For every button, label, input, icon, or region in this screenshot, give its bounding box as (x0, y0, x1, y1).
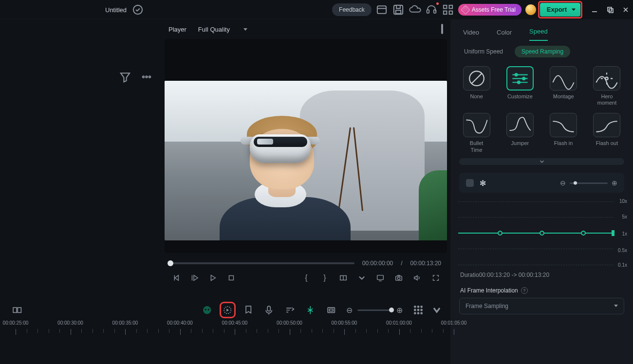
tab-speed[interactable]: Speed (529, 28, 548, 41)
quality-value: Full Quality (198, 26, 230, 33)
speed-subtabs: Uniform Speed Speed Ramping (450, 41, 633, 60)
scopes-icon[interactable] (441, 25, 443, 34)
preview-viewport[interactable] (165, 39, 447, 253)
svg-point-40 (414, 312, 416, 314)
preset-jumper[interactable]: Jumper (503, 113, 536, 153)
scale-1x: 1x (622, 231, 627, 237)
timeline-ruler[interactable]: 00:00:25:0000:00:30:0000:00:35:0000:00:4… (0, 320, 450, 337)
play-button[interactable] (207, 273, 218, 283)
feedback-button[interactable]: Feedback (332, 3, 372, 16)
speed-ramping-tab[interactable]: Speed Ramping (515, 46, 570, 57)
volume-button[interactable] (412, 273, 423, 283)
crop-button[interactable] (326, 304, 336, 316)
audio-adjust-button[interactable] (284, 304, 295, 316)
uniform-speed-tab[interactable]: Uniform Speed (457, 46, 510, 57)
svg-point-41 (418, 312, 419, 314)
display-button[interactable] (375, 273, 386, 283)
svg-rect-5 (434, 10, 436, 13)
ai-interp-label-row: AI Frame Interpolation ? (450, 285, 633, 298)
tab-video[interactable]: Video (463, 29, 479, 41)
more-icon[interactable] (140, 71, 153, 83)
tab-color[interactable]: Color (497, 29, 512, 41)
ruler-label: 00:00:40:00 (167, 320, 193, 326)
preset-bullet-time[interactable]: Bullet Time (460, 113, 493, 153)
timecode-separator: / (401, 260, 402, 267)
apps-icon[interactable] (442, 3, 454, 16)
player-controls: { } (162, 267, 450, 290)
svg-rect-8 (444, 11, 447, 14)
split-button[interactable] (305, 304, 316, 316)
support-icon[interactable] (425, 3, 438, 16)
zoom-slider[interactable] (357, 309, 391, 311)
speed-inc-button[interactable]: ⊕ (612, 179, 617, 187)
export-button-wrap: Export (540, 3, 580, 17)
ruler-label: 00:01:00:00 (386, 320, 412, 326)
preset-none[interactable]: None (460, 66, 493, 106)
filter-icon[interactable] (119, 71, 131, 83)
prev-frame-button[interactable] (170, 273, 181, 283)
gem-icon (461, 5, 470, 15)
layout-icon[interactable] (375, 3, 388, 16)
svg-rect-7 (449, 5, 452, 8)
inspector-panel: Video Color Speed Uniform Speed Speed Ra… (450, 19, 633, 364)
timeline-toolbar: ⊖ ⊕ (0, 300, 450, 320)
mark-out-button[interactable]: } (319, 273, 330, 283)
ai-tools-button[interactable] (202, 304, 212, 316)
track-options-chevron[interactable] (431, 304, 443, 316)
preset-montage[interactable]: Montage (547, 66, 580, 106)
keyframe-toggle[interactable] (466, 179, 474, 187)
svg-point-19 (397, 277, 400, 279)
aspect-chevron-icon[interactable] (356, 273, 367, 283)
svg-rect-26 (18, 308, 21, 312)
speed-graph[interactable]: 10x 5x 1x 0.5x 0.1x (458, 200, 625, 267)
zoom-in-button[interactable]: ⊕ (396, 306, 403, 315)
speed-mini-slider[interactable] (570, 182, 608, 184)
scrub-bar[interactable] (170, 262, 354, 264)
snapshot-button[interactable] (393, 273, 404, 283)
presets-expand[interactable] (459, 158, 624, 165)
quality-select[interactable]: Full Quality (194, 24, 251, 35)
close-button[interactable] (622, 6, 629, 13)
svg-rect-9 (449, 11, 452, 14)
scale-05x: 0.5x (618, 248, 627, 253)
project-title: Untitled (105, 6, 127, 14)
speed-button[interactable] (222, 304, 233, 316)
play-slow-button[interactable] (189, 273, 200, 283)
timecode-total: 00:00:13:20 (410, 260, 441, 267)
track-options-button[interactable] (412, 304, 424, 316)
marker-button[interactable] (243, 304, 254, 316)
preset-flash-in[interactable]: Flash in (547, 113, 580, 153)
save-icon[interactable] (392, 3, 405, 16)
user-avatar[interactable] (525, 4, 536, 15)
scrub-knob[interactable] (168, 260, 173, 266)
minimize-button[interactable] (591, 6, 598, 13)
speed-dec-button[interactable]: ⊖ (560, 179, 566, 187)
zoom-out-button[interactable]: ⊖ (346, 306, 353, 315)
ai-interp-select[interactable]: Frame Sampling (459, 298, 624, 314)
maximize-button[interactable] (607, 6, 614, 13)
fullscreen-button[interactable] (430, 273, 441, 283)
export-button[interactable]: Export (540, 3, 580, 17)
player-label: Player (168, 26, 186, 33)
mark-in-button[interactable]: { (301, 273, 312, 283)
preset-flash-out[interactable]: Flash out (591, 113, 623, 153)
aspect-button[interactable] (338, 273, 349, 283)
voiceover-button[interactable] (263, 304, 274, 316)
freeze-frame-icon[interactable]: ✻ (480, 179, 486, 188)
delete-gap-button[interactable] (12, 304, 22, 316)
cloud-icon[interactable] (409, 3, 421, 16)
inspector-tabs: Video Color Speed (450, 19, 633, 41)
scale-01x: 0.1x (618, 262, 627, 268)
assets-free-trial-button[interactable]: Assets Free Trial (458, 4, 521, 16)
svg-rect-25 (13, 308, 17, 312)
media-toolbar (0, 68, 162, 86)
svg-point-29 (208, 309, 209, 310)
svg-rect-17 (377, 275, 384, 280)
scale-5x: 5x (622, 214, 627, 219)
sync-status-icon (131, 3, 144, 16)
preset-customize[interactable]: Customize (503, 66, 536, 106)
stop-button[interactable] (226, 273, 237, 283)
help-icon[interactable]: ? (521, 287, 528, 294)
svg-point-34 (414, 306, 416, 308)
preset-hero-moment[interactable]: Hero moment (591, 66, 623, 106)
